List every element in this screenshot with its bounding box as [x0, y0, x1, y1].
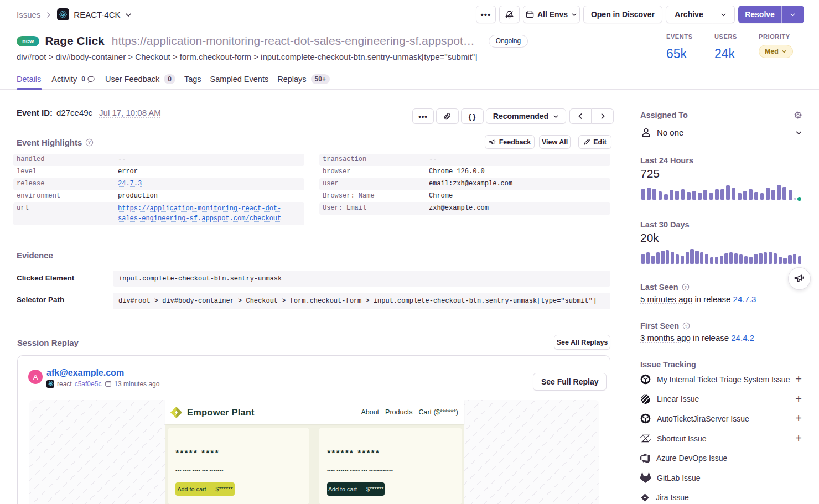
svg-text:?: ?	[88, 139, 91, 145]
svg-text:?: ?	[684, 285, 687, 290]
svg-text:?: ?	[685, 324, 688, 329]
